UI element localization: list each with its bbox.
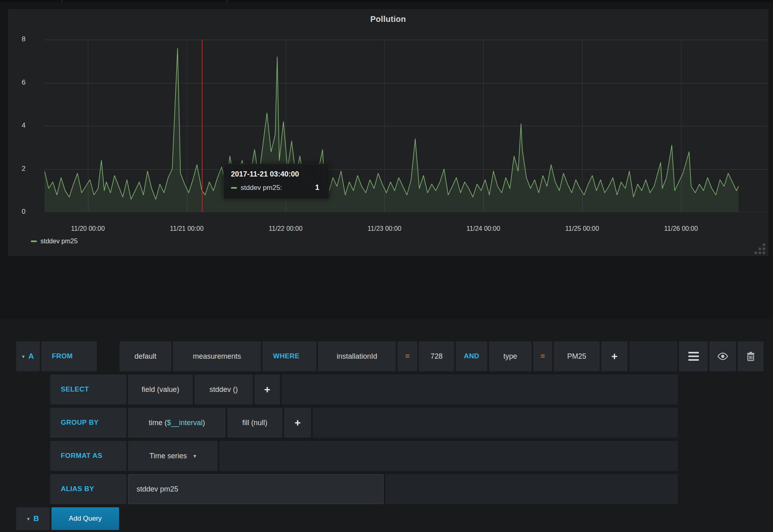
eye-icon — [717, 352, 729, 360]
x-axis-line — [45, 212, 767, 212]
x-tick-label: 11/25 00:00 — [556, 225, 609, 232]
where-tag-value2-part[interactable]: PM25 — [554, 341, 600, 371]
format-as-dropdown[interactable]: Time series ▾ — [128, 441, 218, 471]
tooltip-series-label: stddev pm25: — [241, 184, 282, 192]
group-by-time-part[interactable]: time ($__interval) — [128, 408, 226, 438]
plot-area[interactable] — [45, 40, 767, 212]
select-keyword: SELECT — [50, 375, 126, 404]
alias-by-keyword: ALIAS BY — [50, 474, 126, 504]
query-letter-b: B — [33, 514, 39, 523]
crosshair-line — [202, 40, 203, 212]
series-color-dash-icon — [31, 240, 37, 242]
y-tick-label: 4 — [12, 121, 26, 130]
series-color-dash-icon — [231, 187, 237, 189]
interval-variable: $__interval — [167, 419, 203, 427]
group-by-keyword: GROUP BY — [50, 408, 126, 438]
trash-icon — [746, 351, 755, 361]
query-b-collapse-toggle[interactable]: ▾ B — [16, 507, 50, 530]
dashboard-row-above-edge — [0, 0, 773, 2]
select-row: SELECT field (value) stddev () + — [50, 375, 678, 404]
row-filler — [219, 441, 678, 471]
query-menu-button[interactable] — [679, 341, 708, 371]
group-by-row: GROUP BY time ($__interval) fill (null) … — [50, 408, 678, 438]
x-tick-label: 11/26 00:00 — [655, 225, 707, 232]
y-tick-label: 6 — [12, 79, 26, 87]
format-as-keyword: FORMAT AS — [50, 441, 126, 471]
add-group-by-part-button[interactable]: + — [284, 408, 311, 438]
query-toggle-visibility-button[interactable] — [709, 341, 736, 371]
x-tick-label: 11/21 00:00 — [160, 225, 213, 232]
alias-by-row: ALIAS BY — [50, 474, 678, 504]
alias-by-input[interactable] — [128, 474, 384, 504]
row-filler — [282, 375, 678, 404]
where-tag-value-part[interactable]: 728 — [419, 341, 454, 371]
series-line — [45, 48, 739, 199]
legend-series-label: stddev pm25 — [41, 238, 78, 245]
format-as-row: FORMAT AS Time series ▾ — [50, 441, 678, 471]
chevron-down-icon: ▾ — [193, 453, 196, 459]
row-filler — [313, 408, 678, 438]
add-query-button[interactable]: Add Query — [51, 507, 119, 530]
panel-divider — [227, 0, 228, 2]
x-tick-label: 11/20 00:00 — [62, 225, 114, 232]
y-tick-label: 2 — [12, 165, 26, 173]
row-filler — [385, 474, 678, 504]
where-tag-key-part[interactable]: installationId — [318, 341, 396, 371]
query-delete-button[interactable] — [738, 341, 764, 371]
x-tick-label: 11/22 00:00 — [259, 225, 312, 232]
y-tick-label: 0 — [12, 208, 26, 216]
time-part-text: ) — [203, 419, 205, 427]
measurement-part[interactable]: measurements — [173, 341, 261, 371]
select-field-part[interactable]: field (value) — [128, 375, 193, 404]
datasource-policy-part[interactable]: default — [120, 341, 171, 371]
tooltip-timestamp: 2017-11-21 03:40:00 — [231, 170, 322, 179]
panel-divider — [62, 0, 62, 2]
where-operator2-part[interactable]: = — [533, 341, 552, 371]
where-tag-key2-part[interactable]: type — [489, 341, 532, 371]
from-keyword: FROM — [41, 341, 97, 371]
select-aggregation-part[interactable]: stddev () — [194, 375, 253, 404]
tooltip-value: 1 — [315, 183, 322, 192]
where-operator-part[interactable]: = — [397, 341, 417, 371]
query-editor: ▾ A FROM default measurements WHERE inst… — [0, 319, 773, 532]
time-part-text: time ( — [149, 419, 167, 427]
query-row-a: ▾ A FROM default measurements WHERE inst… — [16, 341, 764, 371]
query-letter-a: A — [28, 352, 34, 361]
where-keyword: WHERE — [263, 341, 316, 371]
add-select-part-button[interactable]: + — [254, 375, 280, 404]
group-by-fill-part[interactable]: fill (null) — [227, 408, 282, 438]
legend-item[interactable]: stddev pm25 — [31, 238, 78, 245]
panel-resize-handle[interactable] — [754, 243, 765, 254]
menu-icon — [688, 352, 699, 361]
y-tick-label: 8 — [12, 35, 26, 43]
graph-tooltip: 2017-11-21 03:40:00 stddev pm25: 1 — [223, 164, 329, 199]
query-row-b: ▾ B Add Query — [16, 507, 773, 530]
graph-panel: Pollution 2017-11-21 03:40:00 stddev pm2… — [8, 9, 768, 256]
panel-title[interactable]: Pollution — [9, 15, 768, 24]
caret-down-icon: ▾ — [22, 353, 25, 360]
x-tick-label: 11/23 00:00 — [358, 225, 411, 232]
and-keyword: AND — [456, 341, 487, 371]
add-where-condition-button[interactable]: + — [601, 341, 628, 371]
time-series-chart — [45, 40, 767, 212]
caret-down-icon: ▾ — [27, 516, 30, 522]
spacer — [98, 341, 118, 371]
row-filler — [629, 341, 677, 371]
series-area-fill — [45, 48, 739, 212]
format-as-value: Time series — [149, 452, 187, 460]
panel-editor-header: Graph General Metrics Axes Legend Displa… — [0, 256, 773, 319]
x-tick-label: 11/24 00:00 — [457, 225, 510, 232]
query-a-collapse-toggle[interactable]: ▾ A — [16, 341, 40, 371]
